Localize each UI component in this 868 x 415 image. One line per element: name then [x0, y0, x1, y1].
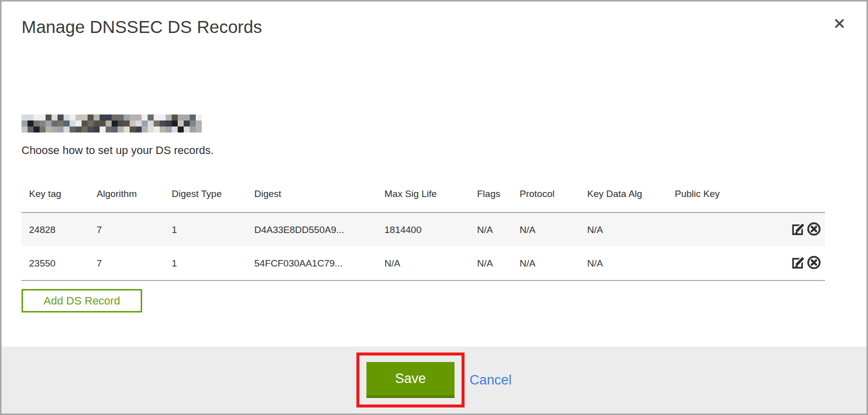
cell-digest: 54FCF030AA1C79...: [247, 246, 377, 280]
edit-record-button[interactable]: [790, 255, 806, 272]
column-header-key-tag: Key tag: [22, 176, 89, 212]
delete-icon: [806, 230, 821, 238]
ds-records-table: Key tag Algorithm Digest Type Digest Max…: [22, 176, 825, 281]
column-header-algorithm: Algorithm: [89, 176, 164, 212]
cell-public-key: [667, 246, 775, 280]
cell-max-sig-life: 1814400: [377, 212, 470, 246]
delete-record-button[interactable]: [806, 222, 822, 238]
redacted-domain-name: [22, 114, 202, 132]
cell-key-tag: 24828: [22, 212, 89, 246]
delete-icon: [806, 264, 821, 272]
cell-algorithm: 7: [89, 246, 164, 280]
manage-dnssec-dialog: { "dialog": { "title": "Manage DNSSEC DS…: [0, 0, 868, 415]
save-button[interactable]: Save: [366, 362, 455, 398]
table-row: 23550 7 1 54FCF030AA1C79... N/A N/A N/A …: [22, 246, 825, 280]
cell-digest-type: 1: [164, 246, 247, 280]
cell-digest: D4A33E8DD550A9...: [247, 212, 377, 246]
table-header-row: Key tag Algorithm Digest Type Digest Max…: [22, 176, 825, 212]
cell-flags: N/A: [470, 246, 512, 280]
cell-key-tag: 23550: [22, 246, 89, 280]
column-header-digest-type: Digest Type: [164, 176, 247, 212]
cell-max-sig-life: N/A: [377, 246, 470, 280]
delete-record-button[interactable]: [806, 255, 822, 272]
table-row: 24828 7 1 D4A33E8DD550A9... 1814400 N/A …: [22, 212, 825, 246]
column-header-actions: [775, 176, 825, 212]
edit-icon: [790, 230, 805, 238]
edit-icon: [790, 264, 805, 272]
column-header-max-sig-life: Max Sig Life: [377, 176, 470, 212]
close-icon: [833, 17, 846, 30]
column-header-key-data-alg: Key Data Alg: [580, 176, 667, 212]
column-header-public-key: Public Key: [667, 176, 775, 212]
cell-key-data-alg: N/A: [580, 212, 667, 246]
column-header-digest: Digest: [247, 176, 377, 212]
cell-protocol: N/A: [512, 212, 580, 246]
cell-public-key: [667, 212, 775, 246]
dialog-footer: Save Cancel: [2, 346, 866, 414]
dialog-title: Manage DNSSEC DS Records: [22, 16, 262, 38]
cell-flags: N/A: [470, 212, 512, 246]
cell-algorithm: 7: [89, 212, 164, 246]
column-header-protocol: Protocol: [512, 176, 580, 212]
cell-protocol: N/A: [512, 246, 580, 280]
annotation-highlight-box: Save: [356, 352, 465, 408]
cell-key-data-alg: N/A: [580, 246, 667, 280]
edit-record-button[interactable]: [790, 222, 806, 238]
close-button[interactable]: [831, 16, 847, 32]
instruction-text: Choose how to set up your DS records.: [22, 144, 214, 157]
column-header-flags: Flags: [470, 176, 512, 212]
cancel-link[interactable]: Cancel: [470, 372, 512, 388]
cell-digest-type: 1: [164, 212, 247, 246]
add-ds-record-button[interactable]: Add DS Record: [22, 289, 142, 312]
